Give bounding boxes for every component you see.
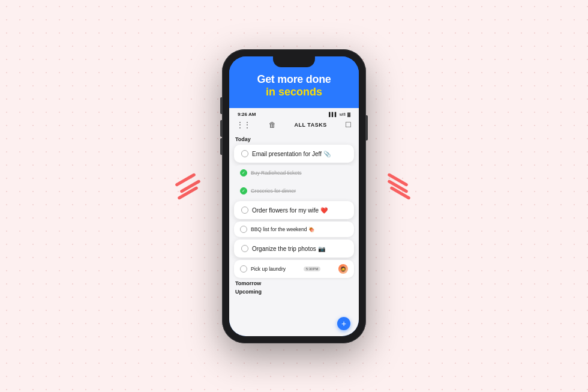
wifi-icon: wifi [340,112,346,116]
phone-screen: Get more done in seconds 9:26 AM ▌▌▌ wif… [229,56,359,336]
phone-frame: Get more done in seconds 9:26 AM ▌▌▌ wif… [222,49,366,343]
task-item[interactable]: Pick up laundry 5:30PM 🧔 [234,260,354,278]
battery-icon: ▓ [347,112,350,116]
task-checkbox[interactable] [240,226,247,233]
task-list: Today Email presentation for Jeff 📎 Buy … [229,133,359,336]
add-icon[interactable]: ☐ [345,121,352,129]
task-item[interactable]: Order flowers for my wife ❤️ [234,201,354,219]
task-checkbox[interactable] [241,245,248,252]
app-toolbar: ⋮⋮ 🗑 ALL TASKS ☐ [229,118,359,133]
right-decoration [386,178,414,194]
status-bar: 9:26 AM ▌▌▌ wifi ▓ [229,108,359,118]
trash-icon[interactable]: 🗑 [269,121,276,129]
fab-button[interactable]: + [337,317,350,330]
task-item[interactable]: Buy Radiohead tickets [234,165,354,181]
section-tomorrow: Tomorrow [234,280,354,286]
left-decoration [174,178,202,194]
phone-notch [273,56,315,67]
task-item[interactable]: BBQ list for the weekend 🍖 [234,222,354,237]
status-time: 9:26 AM [238,112,256,117]
task-text: Order flowers for my wife ❤️ [252,207,328,214]
task-item[interactable]: Organize the trip photos 📷 [234,240,354,258]
task-checkbox[interactable] [240,169,247,176]
scene: Get more done in seconds 9:26 AM ▌▌▌ wif… [222,49,366,343]
task-text: BBQ list for the weekend 🍖 [251,226,315,232]
task-text: Buy Radiohead tickets [251,170,302,176]
section-today: Today [234,136,354,142]
task-avatar: 🧔 [338,264,348,274]
task-checkbox[interactable] [240,187,247,194]
task-text: Groceries for dinner [251,188,296,194]
task-text: Organize the trip photos 📷 [252,246,325,252]
task-item[interactable]: Email presentation for Jeff 📎 [234,145,354,163]
task-time-badge: 5:30PM [304,267,321,271]
header-line1: Get more done [239,73,349,86]
section-upcoming: Upcoming [234,289,354,295]
task-checkbox[interactable] [240,265,247,273]
grid-icon[interactable]: ⋮⋮ [236,121,251,129]
status-icons: ▌▌▌ wifi ▓ [329,112,350,116]
header-line2: in seconds [239,86,349,98]
task-checkbox[interactable] [241,150,248,157]
task-item[interactable]: Groceries for dinner [234,183,354,199]
toolbar-title: ALL TASKS [295,122,327,128]
signal-icon: ▌▌▌ [329,112,338,116]
task-text: Pick up laundry [251,266,286,272]
task-text: Email presentation for Jeff 📎 [252,151,331,157]
task-checkbox[interactable] [241,207,248,214]
